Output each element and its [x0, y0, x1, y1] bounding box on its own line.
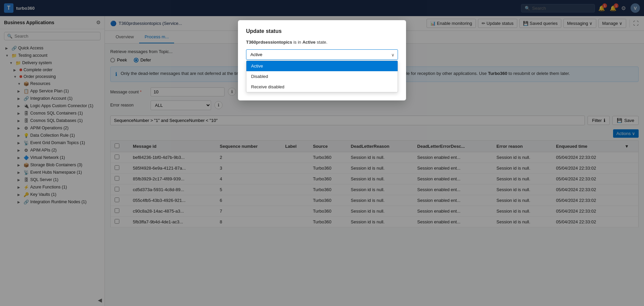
modal-title: Update status — [246, 28, 398, 34]
modal-state: Active — [303, 40, 316, 45]
status-dropdown[interactable]: Active Disabled Receive disabled — [246, 49, 398, 60]
update-status-modal: Update status T360prdsessiontopics is in… — [238, 20, 406, 100]
modal-desc: T360prdsessiontopics is in Active state. — [246, 40, 398, 45]
status-dropdown-wrapper: Active Disabled Receive disabled ∨ — [246, 49, 398, 60]
dropdown-option-receive-disabled[interactable]: Receive disabled — [246, 82, 398, 92]
modal-desc-mid: is in — [293, 40, 303, 45]
modal-entity-name: T360prdsessiontopics — [246, 40, 292, 45]
dropdown-options-list: Active Disabled Receive disabled — [246, 60, 398, 92]
dropdown-option-disabled[interactable]: Disabled — [246, 71, 398, 82]
modal-overlay: Update status T360prdsessiontopics is in… — [0, 0, 644, 306]
dropdown-option-active[interactable]: Active — [246, 61, 398, 71]
modal-desc-suffix: state. — [317, 40, 327, 45]
